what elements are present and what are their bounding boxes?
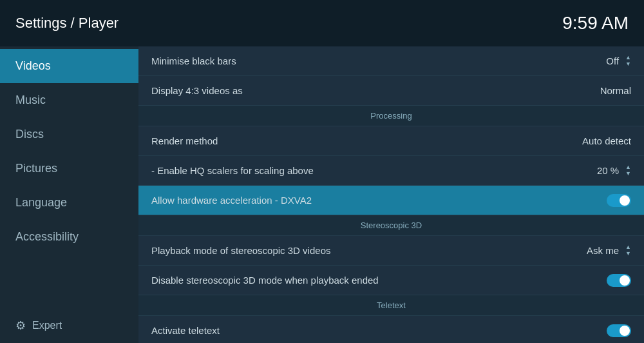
section-teletext: Teletext [138, 295, 644, 316]
chevron-updown-icon: ▲ ▼ [625, 164, 631, 177]
sidebar-footer[interactable]: ⚙ Expert [0, 308, 138, 343]
setting-value: Auto detect [582, 135, 631, 146]
setting-dxva2[interactable]: Allow hardware acceleration - DXVA2 [138, 186, 644, 215]
setting-value[interactable] [607, 274, 631, 287]
page-title: Settings / Player [15, 15, 118, 32]
setting-activate-teletext[interactable]: Activate teletext [138, 316, 644, 343]
sidebar-item-accessibility[interactable]: Accessibility [0, 220, 138, 254]
setting-minimise-black-bars[interactable]: Minimise black bars Off ▲ ▼ [138, 46, 644, 76]
sidebar-item-discs[interactable]: Discs [0, 117, 138, 152]
sidebar-item-music[interactable]: Music [0, 83, 138, 117]
sidebar-item-pictures[interactable]: Pictures [0, 152, 138, 186]
setting-label: Minimise black bars [151, 55, 236, 66]
body: Videos Music Discs Pictures Language Acc… [0, 46, 644, 343]
setting-playback-mode-3d[interactable]: Playback mode of stereoscopic 3D videos … [138, 236, 644, 266]
toggle-knob [620, 195, 630, 206]
setting-value[interactable] [607, 194, 631, 207]
toggle-dxva2[interactable] [607, 194, 631, 207]
chevron-updown-icon: ▲ ▼ [625, 244, 631, 257]
setting-label: Render method [151, 135, 218, 146]
setting-value: Off ▲ ▼ [606, 55, 631, 67]
setting-value: Ask me ▲ ▼ [587, 244, 631, 257]
setting-render-method[interactable]: Render method Auto detect [138, 126, 644, 156]
main-content: Minimise black bars Off ▲ ▼ Display 4:3 … [138, 46, 644, 343]
section-stereoscopic: Stereoscopic 3D [138, 215, 644, 236]
setting-disable-3d[interactable]: Disable stereoscopic 3D mode when playba… [138, 266, 644, 295]
toggle-disable-3d[interactable] [607, 274, 631, 287]
clock: 9:59 AM [562, 13, 629, 34]
setting-hq-scalers[interactable]: - Enable HQ scalers for scaling above 20… [138, 156, 644, 186]
gear-icon: ⚙ [15, 318, 26, 333]
toggle-knob [620, 326, 630, 336]
setting-value: Normal [600, 85, 631, 96]
setting-label: - Enable HQ scalers for scaling above [151, 165, 314, 176]
setting-value[interactable] [607, 324, 631, 337]
setting-label: Disable stereoscopic 3D mode when playba… [151, 275, 379, 286]
setting-label: Playback mode of stereoscopic 3D videos [151, 245, 330, 256]
sidebar-item-videos[interactable]: Videos [0, 49, 138, 83]
setting-label: Activate teletext [151, 325, 220, 336]
toggle-activate-teletext[interactable] [607, 324, 631, 337]
setting-label: Allow hardware acceleration - DXVA2 [151, 195, 312, 206]
expert-label: Expert [32, 320, 62, 331]
toggle-knob [620, 275, 630, 286]
sidebar-item-language[interactable]: Language [0, 186, 138, 220]
sidebar: Videos Music Discs Pictures Language Acc… [0, 46, 138, 343]
setting-display-43[interactable]: Display 4:3 videos as Normal [138, 76, 644, 106]
setting-value: 20 % ▲ ▼ [597, 164, 631, 177]
section-processing: Processing [138, 106, 644, 126]
setting-label: Display 4:3 videos as [151, 85, 243, 96]
header: Settings / Player 9:59 AM [0, 0, 644, 46]
chevron-updown-icon: ▲ ▼ [625, 55, 631, 67]
